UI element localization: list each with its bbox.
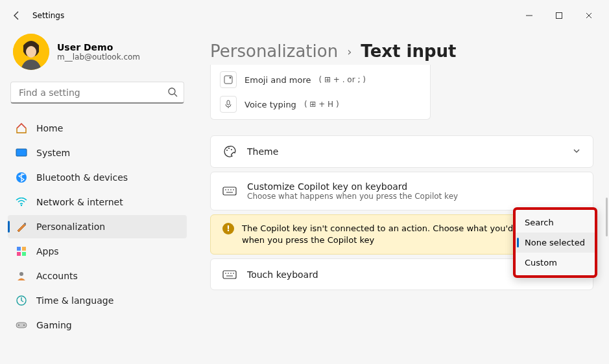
scrollbar-thumb[interactable] <box>606 198 608 236</box>
svg-point-21 <box>230 77 232 79</box>
dropdown-option-none[interactable]: None selected <box>516 233 595 253</box>
sidebar-item-time-language[interactable]: Time & language <box>8 289 187 312</box>
nav-label: Apps <box>36 246 59 256</box>
svg-rect-17 <box>16 323 27 328</box>
emoji-row[interactable]: Emoji and more ( ⊞ + . or ; ) <box>211 67 430 92</box>
close-button[interactable] <box>574 5 604 26</box>
svg-point-15 <box>19 272 23 276</box>
voice-shortcut: ( ⊞ + H ) <box>304 100 339 109</box>
globe-clock-icon <box>16 295 27 306</box>
window-title: Settings <box>32 11 64 20</box>
copilot-title: Customize Copilot key on keyboard <box>247 181 581 192</box>
quick-card: Emoji and more ( ⊞ + . or ; ) Voice typi… <box>210 65 431 120</box>
title-bar: Settings <box>0 0 609 31</box>
svg-rect-12 <box>22 247 26 251</box>
search-icon <box>167 87 178 100</box>
system-icon <box>16 147 27 159</box>
nav-label: Time & language <box>36 295 113 306</box>
svg-rect-26 <box>223 187 236 195</box>
voice-row[interactable]: Voice typing ( ⊞ + H ) <box>211 92 430 117</box>
maximize-button[interactable] <box>544 5 574 26</box>
search-box[interactable] <box>10 82 184 104</box>
dropdown-option-custom[interactable]: Custom <box>516 253 595 273</box>
copilot-subtitle: Choose what happens when you press the C… <box>247 192 581 201</box>
avatar <box>13 34 49 70</box>
gamepad-icon <box>16 319 27 331</box>
user-email: m__lab@outlook.com <box>57 52 140 62</box>
sidebar-item-gaming[interactable]: Gaming <box>8 313 187 337</box>
sidebar-item-bluetooth[interactable]: Bluetooth & devices <box>8 166 187 189</box>
emoji-icon <box>220 71 237 88</box>
nav-label: Home <box>36 123 63 133</box>
sidebar-item-apps[interactable]: Apps <box>8 240 187 263</box>
svg-point-3 <box>26 46 36 58</box>
user-name: User Demo <box>57 42 140 52</box>
nav-label: Gaming <box>36 320 72 330</box>
sidebar-item-system[interactable]: System <box>8 141 187 165</box>
dropdown-option-search[interactable]: Search <box>516 212 595 233</box>
svg-point-18 <box>18 324 19 326</box>
svg-rect-20 <box>224 76 232 84</box>
keyboard-icon <box>222 186 237 196</box>
theme-title: Theme <box>247 146 562 157</box>
copilot-key-dropdown[interactable]: Search None selected Custom <box>513 207 597 278</box>
nav-label: Bluetooth & devices <box>36 172 128 183</box>
sidebar-item-network[interactable]: Network & internet <box>8 190 187 214</box>
breadcrumb-parent[interactable]: Personalization <box>210 41 338 61</box>
warning-icon: ! <box>222 223 234 234</box>
svg-point-24 <box>228 148 230 149</box>
nav-label: Personalization <box>36 222 105 232</box>
page-title: Text input <box>361 41 456 61</box>
search-input[interactable] <box>10 82 184 104</box>
emoji-label: Emoji and more <box>245 75 311 85</box>
sidebar-item-personalization[interactable]: Personalization <box>8 215 187 238</box>
nav-label: Network & internet <box>36 197 123 207</box>
sidebar-item-home[interactable]: Home <box>8 117 187 140</box>
svg-rect-11 <box>17 247 21 251</box>
svg-line-5 <box>174 94 177 97</box>
main-content: Personalization › Text input Emoji and m… <box>195 31 609 364</box>
sidebar-item-accounts[interactable]: Accounts <box>8 264 187 288</box>
svg-rect-13 <box>17 252 21 256</box>
theme-card[interactable]: Theme <box>210 135 593 168</box>
copilot-key-card[interactable]: Customize Copilot key on keyboard Choose… <box>210 172 593 210</box>
paintbrush-icon <box>16 221 27 233</box>
emoji-shortcut: ( ⊞ + . or ; ) <box>318 75 366 84</box>
svg-point-19 <box>23 324 25 326</box>
home-icon <box>16 122 27 134</box>
svg-point-4 <box>169 88 175 95</box>
back-button[interactable] <box>5 4 29 27</box>
bluetooth-icon <box>16 172 27 183</box>
wifi-icon <box>16 196 27 208</box>
palette-icon <box>222 145 237 158</box>
svg-rect-22 <box>227 100 230 105</box>
nav-label: System <box>36 148 70 158</box>
svg-point-23 <box>226 150 228 151</box>
apps-icon <box>16 245 27 257</box>
voice-label: Voice typing <box>245 100 296 109</box>
sidebar: User Demo m__lab@outlook.com Home System… <box>0 31 195 364</box>
person-icon <box>16 270 27 282</box>
svg-rect-1 <box>556 13 562 19</box>
svg-rect-32 <box>223 271 236 279</box>
chevron-down-icon <box>572 146 581 158</box>
svg-rect-14 <box>22 252 26 256</box>
minimize-button[interactable] <box>514 5 544 26</box>
svg-rect-6 <box>16 149 27 156</box>
user-profile[interactable]: User Demo m__lab@outlook.com <box>8 27 187 82</box>
svg-point-9 <box>21 205 22 206</box>
keyboard-icon <box>222 269 237 280</box>
svg-point-25 <box>231 149 232 150</box>
chevron-right-icon: › <box>347 45 352 58</box>
breadcrumb: Personalization › Text input <box>210 41 593 61</box>
nav-label: Accounts <box>36 271 78 281</box>
svg-rect-10 <box>24 223 26 225</box>
nav-list: Home System Bluetooth & devices Network … <box>8 117 187 337</box>
mic-icon <box>220 96 237 113</box>
